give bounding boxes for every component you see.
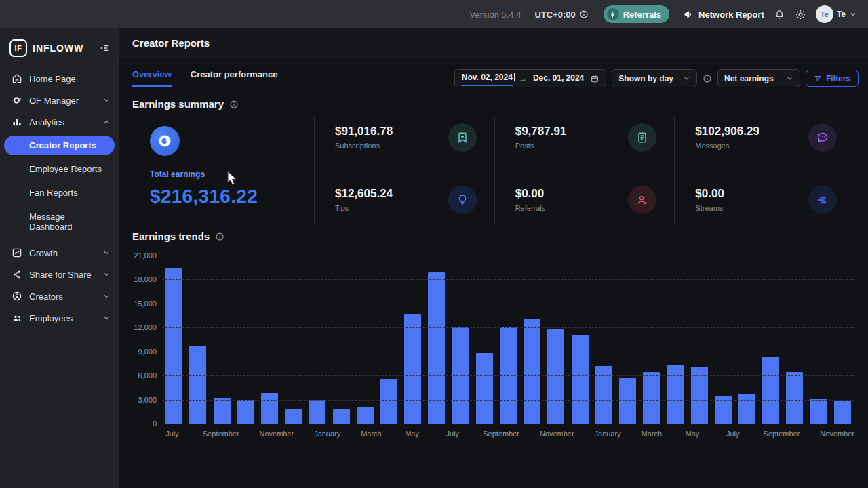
main-panel: Creator Reports OverviewCreator performa… — [119, 28, 868, 488]
bar-october-15[interactable] — [524, 319, 540, 424]
date-range-picker[interactable]: Nov. 02, 2024 → Dec. 01, 2024 — [454, 69, 607, 87]
bar-slot — [401, 256, 425, 424]
chevron-down-icon — [102, 96, 111, 104]
bar-january-6[interactable] — [309, 400, 326, 424]
tab-creator-performance[interactable]: Creator performance — [191, 69, 278, 87]
stat-card-streams: $0.00Streams — [695, 187, 837, 214]
sidebar-item-home-page[interactable]: Home Page — [0, 68, 119, 89]
y-tick-label: 18,000 — [134, 275, 157, 283]
x-tick-label: November — [820, 430, 854, 438]
x-tick-label — [382, 430, 402, 438]
bar-may-10[interactable] — [404, 314, 421, 424]
earnings-trends-chart: 21,00018,00015,00012,0009,0006,0003,0000 — [132, 256, 854, 424]
tabs: OverviewCreator performance — [132, 69, 277, 87]
x-tick-label: September — [764, 430, 800, 438]
bar-august-1[interactable] — [189, 346, 206, 424]
chevron-down-icon — [849, 10, 857, 18]
sidebar-nav: Home PageOF ManagerAnalyticsCreator Repo… — [0, 68, 119, 329]
x-tick-label — [800, 430, 820, 438]
stat-value: $0.00 — [695, 187, 724, 201]
y-tick-label: 6,000 — [138, 371, 157, 380]
bar-november-28[interactable] — [834, 401, 851, 424]
sidebar-item-of-manager[interactable]: OF Manager — [0, 89, 119, 111]
shown-by-select[interactable]: Shown by day — [612, 69, 697, 87]
bar-april-21[interactable] — [667, 365, 684, 424]
bar-february-19[interactable] — [619, 378, 636, 424]
sidebar-item-employees[interactable]: Employees — [0, 307, 119, 329]
x-tick-label: November — [259, 430, 294, 438]
earnings-summary-info-icon[interactable] — [229, 100, 239, 109]
bar-slot — [377, 256, 401, 424]
referrals-badge-icon — [607, 8, 619, 20]
filters-button[interactable]: Filters — [806, 70, 859, 87]
x-tick-label: November — [540, 430, 574, 438]
bar-september-26[interactable] — [786, 372, 803, 424]
bar-august-25[interactable] — [762, 357, 779, 424]
megaphone-icon — [683, 9, 694, 20]
calendar-icon[interactable] — [590, 74, 599, 83]
bar-september-2[interactable] — [214, 398, 231, 424]
bar-slot — [425, 256, 448, 424]
chevron-down-icon — [683, 75, 690, 82]
shown-by-info-icon[interactable] — [703, 74, 712, 83]
bar-slot — [639, 256, 663, 424]
stat-column: $102,906.29Messages$0.00Streams — [674, 117, 854, 224]
sidebar-item-creators[interactable]: Creators — [0, 285, 119, 307]
bar-march-20[interactable] — [643, 372, 660, 424]
x-tick-label: May — [682, 430, 703, 438]
sidebar-subitem-message-dashboard[interactable]: Message Dashboard — [4, 207, 115, 237]
user-menu[interactable]: Te Te — [816, 5, 857, 23]
timezone: UTC+0:00 — [534, 9, 588, 20]
bar-slot — [711, 256, 735, 424]
sidebar-subitem-fan-reports[interactable]: Fan Reports — [4, 183, 115, 203]
settings-gear-icon[interactable] — [795, 9, 806, 20]
bar-february-7[interactable] — [333, 409, 350, 424]
bar-december-5[interactable] — [285, 409, 302, 424]
bar-slot — [759, 256, 783, 424]
date-start-input[interactable]: Nov. 02, 2024 — [461, 71, 513, 86]
x-tick-label: July — [162, 430, 182, 438]
bar-april-9[interactable] — [380, 379, 397, 424]
bar-december-17[interactable] — [572, 336, 589, 424]
sidebar-item-analytics[interactable]: Analytics — [0, 111, 119, 133]
date-end-input[interactable]: Dec. 01, 2024 — [532, 72, 585, 85]
document-icon — [628, 123, 656, 152]
sidebar-item-growth[interactable]: Growth — [0, 242, 119, 264]
sidebar-collapse-icon[interactable] — [100, 43, 111, 54]
x-tick-label: September — [483, 430, 519, 438]
share-icon — [11, 269, 22, 280]
lightbulb-icon — [448, 186, 477, 214]
notifications-bell-icon[interactable] — [774, 9, 785, 20]
timezone-info-icon[interactable] — [579, 9, 589, 19]
sidebar-subitem-employee-reports[interactable]: Employee Reports — [4, 159, 115, 179]
metric-select[interactable]: Net earnings — [717, 69, 800, 87]
referrals-badge[interactable]: Referrals — [604, 5, 669, 23]
bar-slot — [258, 256, 281, 424]
bar-march-8[interactable] — [357, 407, 374, 424]
bar-october-3[interactable] — [237, 400, 254, 424]
chart-bars — [162, 256, 854, 424]
network-report-button[interactable]: Network Report — [683, 9, 764, 20]
person-referral-icon — [628, 186, 656, 214]
bar-november-16[interactable] — [547, 329, 564, 424]
chart-y-axis: 21,00018,00015,00012,0009,0006,0003,0000 — [132, 256, 162, 424]
bar-january-18[interactable] — [595, 366, 612, 424]
bar-slot — [305, 256, 329, 424]
bar-august-13[interactable] — [476, 353, 493, 424]
sidebar-item-share-for-share[interactable]: Share for Share — [0, 264, 119, 285]
gridline — [162, 400, 854, 401]
bar-july-24[interactable] — [738, 394, 755, 424]
app-root: Version 5.4.4 UTC+0:00 Referrals Network… — [0, 0, 868, 488]
shown-by-value: Shown by day — [618, 74, 673, 83]
sidebar: IF INFLOWW Home PageOF ManagerAnalyticsC… — [0, 28, 119, 488]
bar-july-0[interactable] — [165, 268, 182, 424]
earnings-trends-info-icon[interactable] — [215, 232, 224, 241]
tab-overview[interactable]: Overview — [132, 69, 172, 87]
bar-october-27[interactable] — [810, 399, 827, 424]
bar-june-11[interactable] — [428, 272, 445, 424]
bar-november-4[interactable] — [261, 393, 278, 424]
user-name: Te — [837, 9, 846, 19]
filters-label: Filters — [826, 74, 850, 83]
x-tick-label: March — [361, 430, 382, 438]
sidebar-subitem-creator-reports[interactable]: Creator Reports — [4, 136, 115, 155]
